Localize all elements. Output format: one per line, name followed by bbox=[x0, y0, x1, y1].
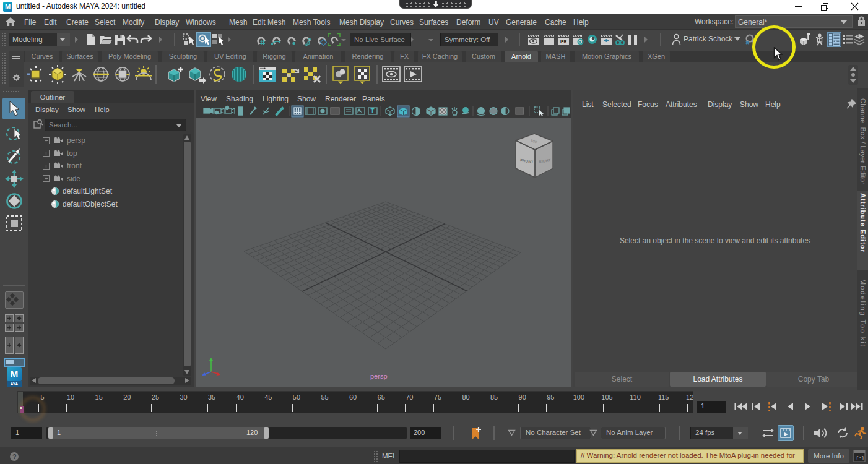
svg-text:?: ? bbox=[12, 453, 17, 460]
svg-text:T: T bbox=[371, 108, 375, 114]
svg-text:{·}: {·} bbox=[856, 455, 864, 460]
svg-text:IPR: IPR bbox=[560, 40, 567, 44]
svg-text:persp: persp bbox=[370, 372, 388, 380]
